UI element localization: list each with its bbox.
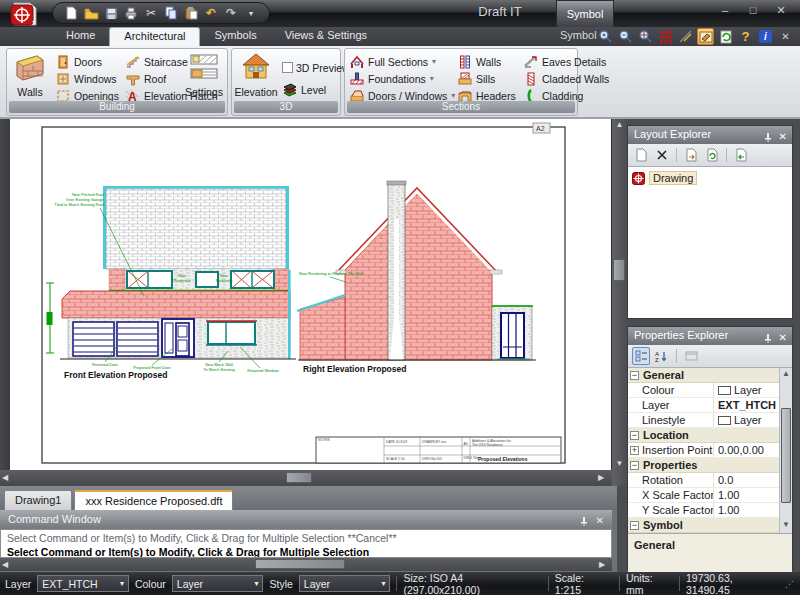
doors-button[interactable]: Doors xyxy=(55,53,102,70)
copy-icon[interactable] xyxy=(163,5,179,21)
ribbon-close-icon[interactable]: ✕ xyxy=(777,28,794,45)
windows-button[interactable]: Windows xyxy=(55,70,117,87)
category-general[interactable]: −General xyxy=(628,368,792,383)
paste-icon[interactable] xyxy=(183,5,199,21)
scroll-left-icon[interactable]: ◀ xyxy=(2,560,8,569)
scroll-right-icon[interactable]: ▶ xyxy=(598,473,604,482)
zoom-out-icon[interactable] xyxy=(617,28,634,45)
collapse-icon[interactable]: − xyxy=(630,431,639,440)
prop-rotation[interactable]: Rotation 0.0 xyxy=(628,473,792,488)
minimize-button[interactable]: – xyxy=(714,3,736,18)
prop-layer[interactable]: Layer EXT_HTCH xyxy=(628,398,792,413)
scroll-down-icon[interactable]: ▼ xyxy=(612,459,627,468)
layout-explorer-close-icon[interactable]: ✕ xyxy=(779,128,787,145)
pin-icon[interactable] xyxy=(764,333,772,343)
property-pages-icon[interactable] xyxy=(682,347,700,365)
foundations-button[interactable]: Foundations▾ xyxy=(349,70,434,87)
prop-linestyle[interactable]: Linestyle Layer xyxy=(628,413,792,428)
export-layout-icon[interactable] xyxy=(732,146,750,164)
zoom-in-icon[interactable] xyxy=(597,28,614,45)
canvas-hscrollbar[interactable]: ◀ ▶ xyxy=(0,470,612,486)
pin-icon[interactable] xyxy=(580,516,588,526)
scroll-left-icon[interactable]: ◀ xyxy=(2,473,8,482)
context-tab-symbol[interactable]: Symbol xyxy=(556,0,614,27)
canvas-vscrollbar[interactable]: ▲ ▼ xyxy=(612,119,627,486)
prop-colour[interactable]: Colour Layer xyxy=(628,383,792,398)
open-file-icon[interactable] xyxy=(83,5,99,21)
qat-customize-caret-icon[interactable]: ▾ xyxy=(243,5,259,21)
hscroll-thumb[interactable] xyxy=(286,472,312,483)
layout-item-drawing[interactable]: Drawing xyxy=(632,171,722,185)
scroll-up-icon[interactable]: ▲ xyxy=(780,369,792,378)
help-icon[interactable]: ? xyxy=(737,28,754,45)
tab-symbols[interactable]: Symbols xyxy=(200,27,270,46)
roof-button[interactable]: Roof xyxy=(125,70,166,87)
ribbon-tab-row: Home Architectural Symbols Views & Setti… xyxy=(0,27,800,46)
category-location[interactable]: −Location xyxy=(628,428,792,443)
level-button[interactable]: Level xyxy=(282,81,326,98)
sketch-mode-icon[interactable] xyxy=(697,28,714,45)
staircase-button[interactable]: Staircase xyxy=(125,53,188,70)
doc-tab-residence[interactable]: xxx Residence Proposed.dft xyxy=(74,490,233,510)
category-symbol[interactable]: −Symbol xyxy=(628,518,792,533)
close-button[interactable]: ✕ xyxy=(770,3,792,18)
update-layout-icon[interactable] xyxy=(703,146,721,164)
resize-grip-icon[interactable]: ⋰ xyxy=(785,579,795,589)
drawing-canvas[interactable]: A2 xyxy=(0,119,612,470)
expand-icon[interactable]: + xyxy=(630,446,639,455)
app-logo-icon[interactable] xyxy=(8,1,42,27)
command-window-close-icon[interactable]: ✕ xyxy=(596,512,604,530)
zoom-extents-icon[interactable] xyxy=(637,28,654,45)
delete-layout-icon[interactable] xyxy=(653,146,671,164)
category-properties[interactable]: −Properties xyxy=(628,458,792,473)
new-file-icon[interactable] xyxy=(63,5,79,21)
walls-button[interactable]: Walls xyxy=(8,52,52,102)
settings-button[interactable]: Settings xyxy=(183,52,225,102)
cmdscroll-thumb[interactable] xyxy=(255,559,345,569)
info-icon[interactable]: i xyxy=(757,28,774,45)
3d-preview-checkbox[interactable]: 3D Preview xyxy=(282,59,350,76)
pin-icon[interactable] xyxy=(764,132,772,142)
new-layout-icon[interactable] xyxy=(632,146,650,164)
scroll-up-icon[interactable]: ▲ xyxy=(612,120,627,129)
tab-views-settings[interactable]: Views & Settings xyxy=(271,27,381,46)
layer-dropdown[interactable]: EXT_HTCH▾ xyxy=(37,575,129,592)
command-window-log[interactable]: Select Command or Item(s) to Modify, Cli… xyxy=(0,529,612,558)
properties-vscrollbar[interactable]: ▲ ▼ xyxy=(779,368,792,533)
elevation-button[interactable]: Elevation xyxy=(234,52,278,102)
print-icon[interactable] xyxy=(123,5,139,21)
eaves-details-button[interactable]: Eaves Details xyxy=(523,53,606,70)
tab-home[interactable]: Home xyxy=(52,27,109,46)
prop-yscale[interactable]: Y Scale Factor 1.00 xyxy=(628,503,792,518)
sections-walls-button[interactable]: Walls xyxy=(457,53,501,70)
undo-icon[interactable]: ↶ xyxy=(203,5,219,21)
collapse-icon[interactable]: − xyxy=(630,461,639,470)
colour-dropdown[interactable]: Layer▾ xyxy=(172,575,264,592)
sills-button[interactable]: Sills xyxy=(457,70,495,87)
cut-icon[interactable]: ✂ xyxy=(143,5,159,21)
refresh-icon[interactable] xyxy=(717,28,734,45)
doc-tab-drawing1[interactable]: Drawing1 xyxy=(4,490,72,510)
style-dropdown[interactable]: Layer▾ xyxy=(299,575,391,592)
categorized-view-icon[interactable] xyxy=(632,347,650,365)
scroll-down-icon[interactable]: ▼ xyxy=(780,520,792,529)
prop-xscale[interactable]: X Scale Factor 1.00 xyxy=(628,488,792,503)
sort-az-icon[interactable]: AZ xyxy=(653,347,671,365)
cladded-walls-button[interactable]: Cladded Walls xyxy=(523,70,609,87)
import-layout-icon[interactable] xyxy=(682,146,700,164)
save-icon[interactable] xyxy=(103,5,119,21)
pgrid-thumb[interactable] xyxy=(781,408,791,503)
tab-architectural[interactable]: Architectural xyxy=(109,27,200,46)
ortho-line-icon[interactable] xyxy=(677,28,694,45)
collapse-icon[interactable]: − xyxy=(630,371,639,380)
vscroll-thumb[interactable] xyxy=(613,259,625,281)
properties-explorer-close-icon[interactable]: ✕ xyxy=(779,329,787,346)
collapse-icon[interactable]: − xyxy=(630,521,639,530)
maximize-button[interactable]: □ xyxy=(742,3,764,18)
redo-icon[interactable]: ↷ xyxy=(223,5,239,21)
snap-grid-icon[interactable] xyxy=(657,28,674,45)
scroll-right-icon[interactable]: ▶ xyxy=(599,560,605,569)
full-sections-button[interactable]: Full Sections▾ xyxy=(349,53,436,70)
prop-insertion-point[interactable]: +Insertion Point 0.00,0.00 xyxy=(628,443,792,458)
command-hscrollbar[interactable]: ◀ ▶ xyxy=(0,558,612,571)
